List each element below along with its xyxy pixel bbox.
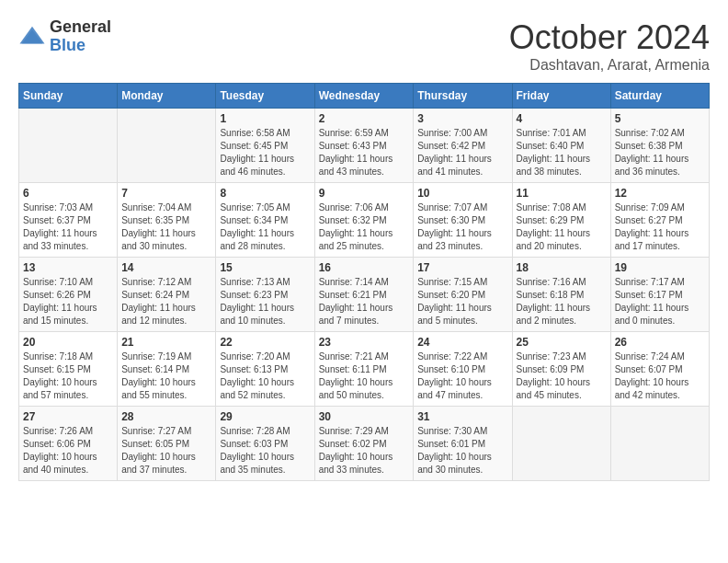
calendar-cell: 25Sunrise: 7:23 AMSunset: 6:09 PMDayligh… bbox=[512, 332, 610, 407]
calendar-week-row: 20Sunrise: 7:18 AMSunset: 6:15 PMDayligh… bbox=[19, 332, 710, 407]
day-header-sunday: Sunday bbox=[19, 84, 118, 109]
day-info: Sunrise: 7:00 AMSunset: 6:42 PMDaylight:… bbox=[417, 127, 507, 178]
day-number: 10 bbox=[417, 187, 507, 200]
day-number: 19 bbox=[615, 261, 705, 274]
day-number: 30 bbox=[319, 410, 410, 423]
day-number: 8 bbox=[220, 187, 310, 200]
calendar-cell: 10Sunrise: 7:07 AMSunset: 6:30 PMDayligh… bbox=[414, 183, 512, 258]
day-number: 18 bbox=[517, 261, 607, 274]
calendar-header-row: SundayMondayTuesdayWednesdayThursdayFrid… bbox=[19, 84, 710, 109]
day-info: Sunrise: 7:20 AMSunset: 6:13 PMDaylight:… bbox=[220, 350, 310, 402]
day-info: Sunrise: 7:01 AMSunset: 6:40 PMDaylight:… bbox=[517, 127, 607, 178]
calendar-cell: 14Sunrise: 7:12 AMSunset: 6:24 PMDayligh… bbox=[118, 258, 216, 332]
day-header-wednesday: Wednesday bbox=[314, 84, 414, 109]
day-number: 7 bbox=[121, 187, 211, 200]
calendar-cell: 1Sunrise: 6:58 AMSunset: 6:45 PMDaylight… bbox=[216, 109, 314, 183]
day-info: Sunrise: 7:02 AMSunset: 6:38 PMDaylight:… bbox=[615, 127, 705, 178]
calendar-cell: 18Sunrise: 7:16 AMSunset: 6:18 PMDayligh… bbox=[512, 258, 610, 332]
day-info: Sunrise: 7:03 AMSunset: 6:37 PMDaylight:… bbox=[23, 201, 113, 253]
day-info: Sunrise: 7:17 AMSunset: 6:17 PMDaylight:… bbox=[615, 276, 705, 327]
calendar-cell: 11Sunrise: 7:08 AMSunset: 6:29 PMDayligh… bbox=[512, 183, 610, 258]
day-number: 9 bbox=[319, 187, 410, 200]
calendar-week-row: 27Sunrise: 7:26 AMSunset: 6:06 PMDayligh… bbox=[19, 407, 710, 481]
day-number: 2 bbox=[319, 112, 410, 125]
day-info: Sunrise: 7:10 AMSunset: 6:26 PMDaylight:… bbox=[23, 276, 113, 327]
calendar-cell: 26Sunrise: 7:24 AMSunset: 6:07 PMDayligh… bbox=[610, 332, 709, 407]
day-info: Sunrise: 7:06 AMSunset: 6:32 PMDaylight:… bbox=[319, 201, 410, 253]
calendar-cell: 6Sunrise: 7:03 AMSunset: 6:37 PMDaylight… bbox=[19, 183, 118, 258]
day-number: 20 bbox=[23, 336, 113, 349]
logo-icon bbox=[18, 23, 46, 51]
day-number: 26 bbox=[615, 336, 705, 349]
calendar-table: SundayMondayTuesdayWednesdayThursdayFrid… bbox=[18, 83, 710, 481]
day-info: Sunrise: 6:58 AMSunset: 6:45 PMDaylight:… bbox=[220, 127, 310, 178]
day-number: 22 bbox=[220, 336, 310, 349]
location: Dashtavan, Ararat, Armenia bbox=[509, 57, 710, 74]
calendar-cell: 19Sunrise: 7:17 AMSunset: 6:17 PMDayligh… bbox=[610, 258, 709, 332]
day-info: Sunrise: 7:15 AMSunset: 6:20 PMDaylight:… bbox=[417, 276, 507, 327]
day-info: Sunrise: 7:04 AMSunset: 6:35 PMDaylight:… bbox=[121, 201, 211, 253]
calendar-cell: 28Sunrise: 7:27 AMSunset: 6:05 PMDayligh… bbox=[118, 407, 216, 481]
day-number: 14 bbox=[121, 261, 211, 274]
calendar-cell: 3Sunrise: 7:00 AMSunset: 6:42 PMDaylight… bbox=[414, 109, 512, 183]
day-info: Sunrise: 7:08 AMSunset: 6:29 PMDaylight:… bbox=[517, 201, 607, 253]
logo-general: General bbox=[50, 18, 111, 37]
day-info: Sunrise: 7:16 AMSunset: 6:18 PMDaylight:… bbox=[517, 276, 607, 327]
calendar-cell: 15Sunrise: 7:13 AMSunset: 6:23 PMDayligh… bbox=[216, 258, 314, 332]
day-number: 24 bbox=[417, 336, 507, 349]
day-info: Sunrise: 7:26 AMSunset: 6:06 PMDaylight:… bbox=[23, 425, 113, 477]
day-info: Sunrise: 7:29 AMSunset: 6:02 PMDaylight:… bbox=[319, 425, 410, 477]
calendar-cell: 29Sunrise: 7:28 AMSunset: 6:03 PMDayligh… bbox=[216, 407, 314, 481]
calendar-week-row: 6Sunrise: 7:03 AMSunset: 6:37 PMDaylight… bbox=[19, 183, 710, 258]
day-number: 5 bbox=[615, 112, 705, 125]
day-info: Sunrise: 7:12 AMSunset: 6:24 PMDaylight:… bbox=[121, 276, 211, 327]
calendar-cell bbox=[512, 407, 610, 481]
day-info: Sunrise: 7:21 AMSunset: 6:11 PMDaylight:… bbox=[319, 350, 410, 402]
day-header-monday: Monday bbox=[118, 84, 216, 109]
day-number: 11 bbox=[517, 187, 607, 200]
day-number: 12 bbox=[615, 187, 705, 200]
calendar-cell: 21Sunrise: 7:19 AMSunset: 6:14 PMDayligh… bbox=[118, 332, 216, 407]
day-number: 16 bbox=[319, 261, 410, 274]
calendar-cell: 23Sunrise: 7:21 AMSunset: 6:11 PMDayligh… bbox=[314, 332, 414, 407]
day-number: 15 bbox=[220, 261, 310, 274]
day-number: 28 bbox=[121, 410, 211, 423]
day-info: Sunrise: 7:13 AMSunset: 6:23 PMDaylight:… bbox=[220, 276, 310, 327]
calendar-cell: 7Sunrise: 7:04 AMSunset: 6:35 PMDaylight… bbox=[118, 183, 216, 258]
day-info: Sunrise: 7:19 AMSunset: 6:14 PMDaylight:… bbox=[121, 350, 211, 402]
calendar-cell: 9Sunrise: 7:06 AMSunset: 6:32 PMDaylight… bbox=[314, 183, 414, 258]
calendar-cell: 27Sunrise: 7:26 AMSunset: 6:06 PMDayligh… bbox=[19, 407, 118, 481]
calendar-cell: 4Sunrise: 7:01 AMSunset: 6:40 PMDaylight… bbox=[512, 109, 610, 183]
page-header: General Blue October 2024 Dashtavan, Ara… bbox=[18, 18, 710, 74]
day-number: 1 bbox=[220, 112, 310, 125]
day-number: 4 bbox=[517, 112, 607, 125]
day-info: Sunrise: 7:22 AMSunset: 6:10 PMDaylight:… bbox=[417, 350, 507, 402]
day-header-tuesday: Tuesday bbox=[216, 84, 314, 109]
day-info: Sunrise: 7:27 AMSunset: 6:05 PMDaylight:… bbox=[121, 425, 211, 477]
day-number: 6 bbox=[23, 187, 113, 200]
day-number: 17 bbox=[417, 261, 507, 274]
day-info: Sunrise: 6:59 AMSunset: 6:43 PMDaylight:… bbox=[319, 127, 410, 178]
month-title: October 2024 bbox=[509, 18, 710, 57]
day-number: 25 bbox=[517, 336, 607, 349]
calendar-week-row: 13Sunrise: 7:10 AMSunset: 6:26 PMDayligh… bbox=[19, 258, 710, 332]
day-info: Sunrise: 7:24 AMSunset: 6:07 PMDaylight:… bbox=[615, 350, 705, 402]
day-number: 29 bbox=[220, 410, 310, 423]
calendar-cell: 2Sunrise: 6:59 AMSunset: 6:43 PMDaylight… bbox=[314, 109, 414, 183]
day-header-thursday: Thursday bbox=[414, 84, 512, 109]
day-info: Sunrise: 7:09 AMSunset: 6:27 PMDaylight:… bbox=[615, 201, 705, 253]
day-number: 13 bbox=[23, 261, 113, 274]
day-number: 23 bbox=[319, 336, 410, 349]
logo-text: General Blue bbox=[50, 18, 111, 55]
day-number: 31 bbox=[417, 410, 507, 423]
calendar-cell bbox=[610, 407, 709, 481]
calendar-cell: 13Sunrise: 7:10 AMSunset: 6:26 PMDayligh… bbox=[19, 258, 118, 332]
calendar-cell: 17Sunrise: 7:15 AMSunset: 6:20 PMDayligh… bbox=[414, 258, 512, 332]
day-info: Sunrise: 7:14 AMSunset: 6:21 PMDaylight:… bbox=[319, 276, 410, 327]
day-info: Sunrise: 7:05 AMSunset: 6:34 PMDaylight:… bbox=[220, 201, 310, 253]
day-header-friday: Friday bbox=[512, 84, 610, 109]
day-header-saturday: Saturday bbox=[610, 84, 709, 109]
day-info: Sunrise: 7:23 AMSunset: 6:09 PMDaylight:… bbox=[517, 350, 607, 402]
calendar-cell: 20Sunrise: 7:18 AMSunset: 6:15 PMDayligh… bbox=[19, 332, 118, 407]
calendar-cell: 12Sunrise: 7:09 AMSunset: 6:27 PMDayligh… bbox=[610, 183, 709, 258]
